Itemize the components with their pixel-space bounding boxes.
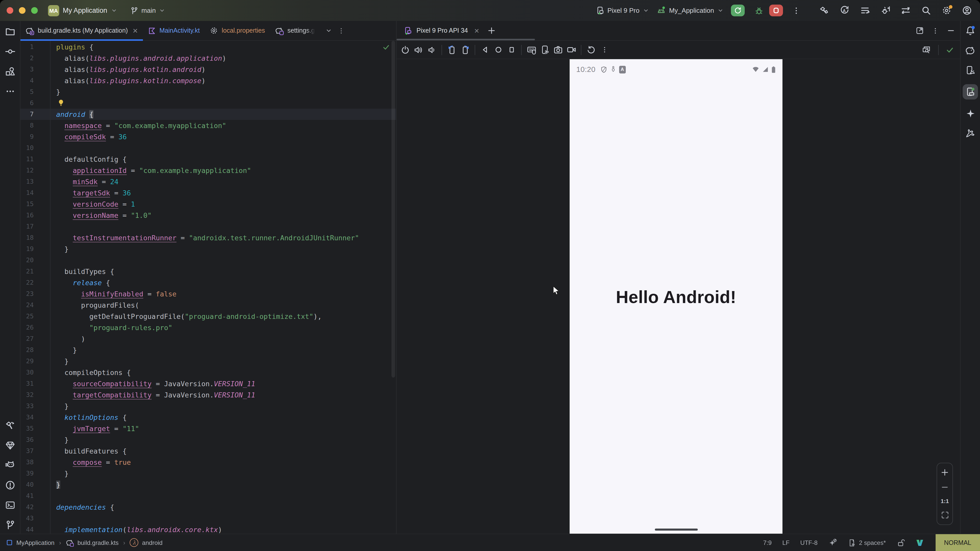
panel-options-kebab-icon[interactable] xyxy=(932,27,939,35)
logcat-tool-icon[interactable] xyxy=(4,459,16,472)
line-number[interactable]: 35 xyxy=(21,423,50,434)
code-line[interactable]: 8 namespace = "com.example.myapplication… xyxy=(21,120,396,131)
device-list-icon[interactable] xyxy=(859,4,871,17)
code-line[interactable]: 33 } xyxy=(21,400,396,412)
code-line[interactable]: 35 jvmTarget = "11" xyxy=(21,423,396,434)
line-number[interactable]: 42 xyxy=(21,502,50,513)
zoom-actual-size-button[interactable]: 1:1 xyxy=(941,498,949,504)
apply-changes-icon[interactable] xyxy=(879,4,891,17)
encoding-widget[interactable]: UTF-8 xyxy=(800,539,818,546)
code-line[interactable]: 18 testInstrumentationRunner = "androidx… xyxy=(21,232,396,243)
code-line[interactable]: 11 defaultConfig { xyxy=(21,154,396,165)
code-line[interactable]: 38 compose = true xyxy=(21,457,396,468)
volume-down-icon[interactable] xyxy=(425,43,438,56)
code-line[interactable]: 41 xyxy=(21,490,396,502)
code-line[interactable]: 15 versionCode = 1 xyxy=(21,198,396,210)
line-number[interactable]: 6 xyxy=(21,97,50,109)
line-separator-widget[interactable]: LF xyxy=(783,539,790,546)
code-line[interactable]: 22 release { xyxy=(21,277,396,288)
gesture-navigation-bar[interactable] xyxy=(655,529,697,530)
zoom-fit-icon[interactable] xyxy=(940,511,949,519)
line-number[interactable]: 28 xyxy=(21,345,50,356)
line-number[interactable]: 7 xyxy=(21,109,50,120)
line-number[interactable]: 39 xyxy=(21,468,50,479)
line-number[interactable]: 9 xyxy=(21,131,50,142)
inspection-ok-icon[interactable] xyxy=(382,43,390,51)
line-number[interactable]: 29 xyxy=(21,356,50,367)
account-icon[interactable] xyxy=(961,4,973,17)
rotate-left-icon[interactable] xyxy=(445,43,458,56)
code-line[interactable]: 44 implementation(libs.androidx.core.ktx… xyxy=(21,524,396,534)
emulator-screen[interactable]: 10:20 A Hello Android! xyxy=(570,59,783,534)
line-number[interactable]: 20 xyxy=(21,254,50,266)
line-number[interactable]: 22 xyxy=(21,277,50,288)
line-number[interactable]: 44 xyxy=(21,524,50,534)
code-editor[interactable]: 1plugins {2 alias(libs.plugins.android.a… xyxy=(21,41,396,534)
screen-record-icon[interactable] xyxy=(565,43,578,56)
indent-widget[interactable]: 2 spaces* xyxy=(848,538,886,547)
zoom-out-icon[interactable] xyxy=(941,483,949,491)
device-tab-pixel9pro[interactable]: Pixel 9 Pro API 34 ✕ xyxy=(404,26,479,35)
rerun-app-button[interactable] xyxy=(731,5,745,16)
gradle-tool-icon[interactable] xyxy=(964,44,977,57)
line-number[interactable]: 19 xyxy=(21,243,50,254)
line-number[interactable]: 1 xyxy=(21,41,50,52)
intention-bulb-icon[interactable] xyxy=(57,99,65,106)
stop-app-button[interactable] xyxy=(769,5,783,16)
line-number[interactable]: 24 xyxy=(21,300,50,311)
settings-icon[interactable] xyxy=(940,4,953,17)
line-number[interactable]: 13 xyxy=(21,176,50,187)
code-line[interactable]: 25 getDefaultProguardFile("proguard-andr… xyxy=(21,311,396,322)
line-number[interactable]: 34 xyxy=(21,412,50,423)
line-number[interactable]: 38 xyxy=(21,457,50,468)
attach-debugger-icon[interactable] xyxy=(899,4,912,17)
code-line[interactable]: 42dependencies { xyxy=(21,502,396,513)
tab-list-chevron-icon[interactable] xyxy=(325,27,332,34)
code-line[interactable]: 20 xyxy=(21,254,396,266)
project-name[interactable]: My Application xyxy=(63,6,107,14)
add-device-tab-icon[interactable] xyxy=(488,27,496,35)
code-line[interactable]: 3 alias(libs.plugins.kotlin.android) xyxy=(21,64,396,75)
problems-tool-icon[interactable] xyxy=(4,479,16,491)
line-number[interactable]: 3 xyxy=(21,64,50,75)
build-tool-icon[interactable] xyxy=(4,419,16,432)
code-line[interactable]: 2 alias(libs.plugins.android.application… xyxy=(21,52,396,64)
running-devices-tool-icon[interactable] xyxy=(963,84,978,100)
code-line[interactable]: 36 } xyxy=(21,434,396,445)
line-number[interactable]: 40 xyxy=(21,479,50,490)
code-line[interactable]: 29 } xyxy=(21,356,396,367)
terminal-tool-icon[interactable] xyxy=(4,499,16,511)
code-line[interactable]: 13 minSdk = 24 xyxy=(21,176,396,187)
rotate-right-icon[interactable] xyxy=(458,43,472,56)
open-in-window-icon[interactable] xyxy=(916,27,924,35)
code-line[interactable]: 40} xyxy=(21,479,396,490)
device-selector[interactable]: Pixel 9 Pro xyxy=(596,6,649,15)
volume-up-icon[interactable] xyxy=(412,43,425,56)
line-number[interactable]: 5 xyxy=(21,86,50,97)
line-number[interactable]: 18 xyxy=(21,232,50,243)
commit-tool-icon[interactable] xyxy=(4,45,16,58)
line-number[interactable]: 4 xyxy=(21,75,50,86)
breadcrumb-project[interactable]: MyApplication xyxy=(16,539,54,546)
code-line[interactable]: 16 versionName = "1.0" xyxy=(21,210,396,221)
debug-app-button[interactable] xyxy=(753,4,765,17)
notifications-bell-icon[interactable] xyxy=(964,24,977,37)
device-manager-icon[interactable] xyxy=(964,64,977,76)
screenshot-camera-icon[interactable] xyxy=(551,43,565,56)
line-number[interactable]: 43 xyxy=(21,513,50,524)
device-more-kebab-icon[interactable] xyxy=(598,43,611,56)
close-tab-icon[interactable]: ✕ xyxy=(132,27,138,35)
code-line[interactable]: 26 "proguard-rules.pro" xyxy=(21,322,396,333)
hide-panel-icon[interactable] xyxy=(947,27,955,35)
zoom-in-icon[interactable] xyxy=(941,468,949,476)
code-line[interactable]: 30 compileOptions { xyxy=(21,367,396,378)
code-line[interactable]: 9 compileSdk = 36 xyxy=(21,131,396,142)
code-line[interactable]: 17 xyxy=(21,221,396,232)
code-line[interactable]: 43 xyxy=(21,513,396,524)
line-number[interactable]: 10 xyxy=(21,142,50,154)
run-configuration-selector[interactable]: My_Application xyxy=(656,6,724,15)
line-number[interactable]: 17 xyxy=(21,221,50,232)
android-back-icon[interactable] xyxy=(478,43,492,56)
line-number[interactable]: 16 xyxy=(21,210,50,221)
caret-position-widget[interactable]: 7:9 xyxy=(763,539,772,546)
